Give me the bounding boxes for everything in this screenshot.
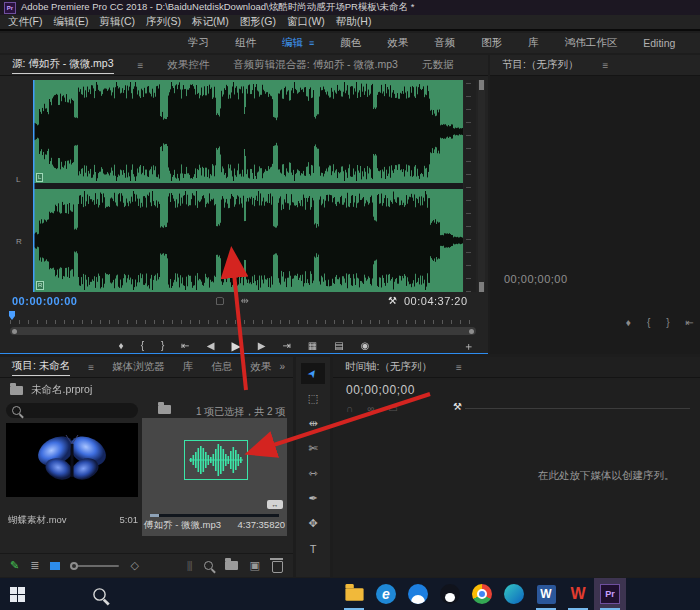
new-bin-button[interactable] bbox=[225, 561, 238, 570]
selection-tool[interactable]: ➤ bbox=[301, 363, 325, 384]
audio-clip-icon-box[interactable] bbox=[184, 440, 248, 480]
taskbar-file-explorer-icon[interactable] bbox=[338, 578, 370, 610]
zoom-slider-knob[interactable] bbox=[70, 562, 78, 570]
menu-clip[interactable]: 剪辑(C) bbox=[99, 15, 135, 29]
add-marker-button[interactable]: ♦ bbox=[119, 339, 124, 353]
fit-select-icon[interactable]: ▢ bbox=[215, 295, 224, 306]
timeline-markers-icon[interactable]: ▭ bbox=[388, 403, 397, 414]
taskbar-qq-browser-icon[interactable] bbox=[402, 578, 434, 610]
overwrite-button[interactable]: ▤ bbox=[334, 339, 343, 353]
program-go-to-in-button[interactable]: ⇤ bbox=[686, 317, 694, 328]
workspace-menu-icon[interactable]: ≡ bbox=[309, 38, 314, 48]
taskbar-chrome-icon[interactable] bbox=[466, 578, 498, 610]
tab-info[interactable]: 信息 bbox=[211, 360, 232, 374]
source-panel-menu-icon[interactable]: ≡ bbox=[138, 60, 144, 71]
scroll-handle-top[interactable] bbox=[479, 80, 484, 90]
tab-metadata[interactable]: 元数据 bbox=[422, 58, 454, 72]
find-button[interactable] bbox=[204, 561, 213, 570]
menu-help[interactable]: 帮助(H) bbox=[336, 15, 372, 29]
timeline-settings-wrench-icon[interactable]: ⚒ bbox=[453, 401, 462, 412]
razor-tool[interactable]: ✄ bbox=[301, 438, 325, 459]
export-frame-button[interactable]: ◉ bbox=[361, 339, 370, 353]
button-editor-add-icon[interactable]: ＋ bbox=[463, 339, 474, 354]
audio-waveform-display[interactable] bbox=[33, 80, 463, 292]
sort-icons-button[interactable]: ||| bbox=[187, 560, 192, 571]
project-writable-icon[interactable]: ✎ bbox=[10, 559, 19, 572]
snap-icon[interactable]: ∩ bbox=[346, 403, 353, 414]
zoom-handle-left[interactable] bbox=[12, 329, 17, 334]
go-to-in-button[interactable]: ⇤ bbox=[181, 339, 189, 353]
workspace-tab-learning[interactable]: 学习 bbox=[188, 36, 209, 50]
tab-program[interactable]: 节目:（无序列） bbox=[502, 58, 578, 72]
tab-project[interactable]: 项目: 未命名 bbox=[12, 359, 70, 376]
go-to-out-button[interactable]: ⇥ bbox=[282, 339, 290, 353]
play-button[interactable]: ▶ bbox=[231, 339, 240, 353]
menu-graphics[interactable]: 图形(G) bbox=[240, 15, 276, 29]
source-current-timecode[interactable]: 00:00:00:00 bbox=[12, 295, 77, 307]
tab-libraries[interactable]: 库 bbox=[183, 360, 194, 374]
program-mark-in-button[interactable]: { bbox=[647, 317, 650, 328]
program-mark-out-button[interactable]: } bbox=[666, 317, 669, 328]
step-forward-button[interactable]: ▶ bbox=[258, 339, 266, 353]
workspace-tab-editing-en[interactable]: Editing bbox=[643, 37, 675, 49]
waveform-vertical-scrollbar[interactable] bbox=[478, 80, 485, 292]
workspace-tab-audio[interactable]: 音频 bbox=[434, 36, 455, 50]
taskbar-word-icon[interactable]: W bbox=[530, 578, 562, 610]
scrub-handle-icon[interactable]: ↔ bbox=[267, 500, 283, 509]
project-panel-menu-icon[interactable]: ≡ bbox=[88, 362, 94, 373]
menu-sequence[interactable]: 序列(S) bbox=[146, 15, 181, 29]
project-item-video[interactable]: 蝴蝶素材.mov 5:01 bbox=[6, 421, 140, 533]
menu-file[interactable]: 文件(F) bbox=[8, 15, 42, 29]
timeline-panel-menu-icon[interactable]: ≡ bbox=[456, 362, 462, 373]
settings-wrench-icon[interactable]: ⚒ bbox=[388, 295, 397, 306]
insert-button[interactable]: ▦ bbox=[308, 339, 317, 353]
ripple-edit-tool[interactable]: ⇹ bbox=[301, 413, 325, 434]
timeline-current-timecode[interactable]: 00;00;00;00 bbox=[346, 383, 415, 397]
taskbar-wps-icon[interactable]: W bbox=[562, 578, 594, 610]
icon-view-button[interactable] bbox=[50, 562, 60, 570]
project-item-audio-selected[interactable]: ↔ 傅如乔 - 微微.mp3 4:37:35820 bbox=[142, 418, 287, 536]
menu-window[interactable]: 窗口(W) bbox=[287, 15, 325, 29]
video-item-name[interactable]: 蝴蝶素材.mov bbox=[8, 514, 67, 527]
taskbar-qq-icon[interactable] bbox=[434, 578, 466, 610]
pen-tool[interactable]: ✒ bbox=[301, 488, 325, 509]
more-tabs-chevron-icon[interactable]: » bbox=[279, 361, 285, 372]
type-tool[interactable]: T bbox=[301, 538, 325, 559]
program-current-timecode[interactable]: 00;00;00;00 bbox=[504, 273, 568, 285]
workspace-tab-custom[interactable]: 鸿伟工作区 bbox=[565, 36, 618, 50]
source-time-ruler[interactable] bbox=[10, 313, 476, 324]
taskbar-search-icon[interactable] bbox=[93, 588, 106, 601]
audio-scrub-bar[interactable] bbox=[150, 514, 279, 517]
linked-selection-icon[interactable]: ∞ bbox=[367, 403, 374, 414]
program-add-marker-button[interactable]: ♦ bbox=[626, 317, 631, 328]
menu-markers[interactable]: 标记(M) bbox=[192, 15, 229, 29]
tab-media-browser[interactable]: 媒体浏览器 bbox=[112, 360, 165, 374]
track-select-tool[interactable]: ⬚ bbox=[301, 388, 325, 409]
workspace-tab-color[interactable]: 颜色 bbox=[340, 36, 361, 50]
workspace-tab-editing-cn[interactable]: 编辑 bbox=[282, 36, 303, 50]
mark-out-button[interactable]: } bbox=[161, 339, 164, 353]
clear-trash-button[interactable] bbox=[272, 561, 283, 573]
workspace-tab-effects[interactable]: 效果 bbox=[387, 36, 408, 50]
taskbar-premiere-icon[interactable]: Pr bbox=[594, 578, 626, 610]
audio-item-name[interactable]: 傅如乔 - 微微.mp3 bbox=[144, 519, 221, 532]
tab-audio-clip-mixer[interactable]: 音频剪辑混合器: 傅如乔 - 微微.mp3 bbox=[233, 58, 398, 72]
workspace-tab-assembly[interactable]: 组件 bbox=[235, 36, 256, 50]
video-thumbnail[interactable] bbox=[6, 423, 138, 497]
zoom-handle-right[interactable] bbox=[469, 329, 474, 334]
mark-in-button[interactable]: { bbox=[141, 339, 144, 353]
workspace-tab-graphics[interactable]: 图形 bbox=[481, 36, 502, 50]
search-input[interactable] bbox=[25, 405, 129, 417]
bin-folder-icon[interactable] bbox=[158, 405, 171, 414]
scroll-handle-bottom[interactable] bbox=[479, 282, 484, 292]
thumbnail-zoom-slider[interactable] bbox=[71, 565, 119, 567]
source-zoom-scrollbar[interactable] bbox=[10, 327, 476, 335]
tab-source[interactable]: 源: 傅如乔 - 微微.mp3 bbox=[12, 57, 114, 74]
hand-tool[interactable]: ✥ bbox=[301, 513, 325, 534]
program-panel-menu-icon[interactable]: ≡ bbox=[602, 60, 608, 71]
project-file-row[interactable]: 未命名.prproj bbox=[10, 383, 92, 397]
taskbar-edge-icon[interactable] bbox=[498, 578, 530, 610]
list-view-button[interactable]: ≣ bbox=[30, 559, 39, 572]
start-button[interactable] bbox=[10, 587, 25, 602]
step-back-button[interactable]: ◀ bbox=[207, 339, 215, 353]
